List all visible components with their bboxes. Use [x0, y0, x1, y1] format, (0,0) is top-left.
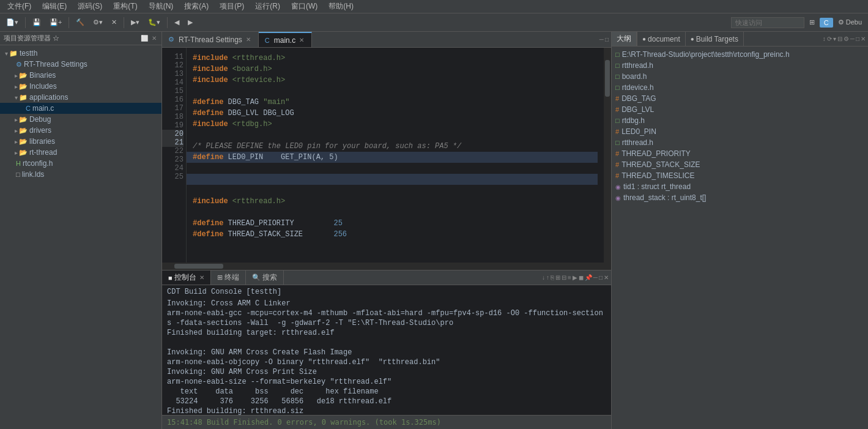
toolbar-c-perspective[interactable]: C — [820, 18, 833, 28]
outline-settings[interactable]: ⚙ — [844, 35, 849, 42]
outline-sort[interactable]: ↕ — [823, 35, 826, 42]
editor-maximize[interactable]: □ — [605, 36, 609, 43]
outline-item-rtdbg-h[interactable]: □ rtdbg.h — [612, 115, 868, 126]
outline-label-thread-priority: THREAD_PRIORITY — [621, 149, 691, 158]
tab-rtsettings[interactable]: ⚙ RT-Thread Settings ✕ — [162, 32, 259, 47]
outline-item-rtthread-h2[interactable]: □ rtthread.h — [612, 137, 868, 148]
tree-item-rtconfigh[interactable]: H rtconfig.h — [0, 158, 161, 169]
outline-item-preinc[interactable]: □ E:\RT-Thread-Studio\project\testth\rtc… — [612, 49, 868, 60]
console-stop[interactable]: ◼ — [579, 274, 584, 281]
outline-item-thread-priority[interactable]: # THREAD_PRIORITY — [612, 148, 868, 159]
editor-scrollbar[interactable] — [604, 48, 611, 263]
console-copy[interactable]: ⎘ — [551, 274, 554, 281]
left-panel-collapse[interactable]: ⬜ — [139, 35, 149, 42]
outline-item-rtdevice-h[interactable]: □ rtdevice.h — [612, 82, 868, 93]
menu-edit[interactable]: 编辑(E) — [37, 0, 72, 13]
outline-sync[interactable]: ⟳ — [827, 35, 832, 42]
tree-item-debug[interactable]: ▸ 📂 Debug — [0, 114, 161, 125]
right-tab-outline[interactable]: 大纲 — [612, 32, 637, 46]
quick-access-input[interactable] — [731, 17, 804, 28]
tree-item-binaries[interactable]: ▸ 📂 Binaries — [0, 70, 161, 81]
editor-minimize[interactable]: ─ — [599, 36, 604, 43]
tree-item-testth[interactable]: ▾ 📁 testth — [0, 48, 161, 59]
menu-navigate[interactable]: 导航(N) — [144, 0, 179, 13]
outline-label-rtdevice-h: rtdevice.h — [622, 83, 654, 92]
console-tab-console[interactable]: ■ 控制台 ✕ — [162, 270, 211, 285]
menu-refactor[interactable]: 重构(T) — [108, 0, 142, 13]
toolbar-save[interactable]: 💾 — [29, 17, 45, 28]
tree-item-rtthread[interactable]: ▸ 📂 rt-thread — [0, 147, 161, 158]
console-btn3[interactable]: ≡ — [568, 274, 571, 281]
console-btn4[interactable]: ▶ — [573, 274, 577, 281]
horizontal-scrollbar[interactable] — [162, 263, 611, 270]
console-tab-terminal[interactable]: ⊞ 终端 — [211, 270, 246, 285]
menu-file[interactable]: 文件(F) — [2, 0, 36, 13]
outline-item-dbg-lvl[interactable]: # DBG_LVL — [612, 104, 868, 115]
toolbar-debug-perspective[interactable]: ⚙ Debu — [834, 17, 866, 28]
outline-minimize[interactable]: ─ — [850, 35, 855, 42]
toolbar-debug[interactable]: 🐛▾ — [144, 17, 164, 28]
code-editor: 11 12 13 14 15 16 17 18 19 20 21 22 23 2… — [162, 48, 611, 263]
menu-help[interactable]: 帮助(H) — [324, 0, 358, 13]
tree-item-applications[interactable]: ▾ 📁 applications — [0, 92, 161, 103]
console-close[interactable]: ✕ — [199, 274, 204, 281]
toolbar-build2[interactable]: ⚙▾ — [89, 17, 106, 28]
toolbar-new[interactable]: 📄▾ — [2, 17, 22, 28]
console-btn2[interactable]: ⊟ — [562, 274, 566, 281]
outline-filter[interactable]: ▾ — [833, 35, 836, 42]
editor-tabs: ⚙ RT-Thread Settings ✕ C main.c ✕ ─ □ — [162, 32, 611, 48]
outline-maximize[interactable]: □ — [856, 35, 859, 42]
tree-item-rtsettings[interactable]: ⚙ RT-Thread Settings — [0, 59, 161, 70]
outline-close[interactable]: ✕ — [861, 35, 866, 42]
console-btn1[interactable]: ⊞ — [555, 274, 560, 281]
tab-rtsettings-close[interactable]: ✕ — [245, 35, 252, 43]
outline-item-board-h[interactable]: □ board.h — [612, 71, 868, 82]
code-content[interactable]: #include <rtthread.h> #include <board.h>… — [187, 48, 604, 263]
right-tab-document[interactable]: ● document — [637, 32, 686, 46]
console-minimize[interactable]: ─ — [593, 274, 598, 281]
toolbar-clean[interactable]: ✕ — [108, 17, 121, 28]
console-status: 15:41:48 Build Finished. 0 errors, 0 war… — [162, 415, 611, 429]
editor-scrollbar-thumb[interactable] — [605, 60, 610, 97]
console-line-2: arm-none-eabi-gcc -mcpu=cortex-m4 -mthum… — [167, 308, 606, 328]
file-c-icon: C — [26, 105, 31, 112]
menu-source[interactable]: 源码(S) — [73, 0, 107, 13]
tree-item-linklds[interactable]: □ link.lds — [0, 169, 161, 180]
tab-mainc[interactable]: C main.c ✕ — [259, 32, 312, 47]
tree-item-drivers[interactable]: ▸ 📂 drivers — [0, 125, 161, 136]
toolbar-perspective[interactable]: ⊞ — [806, 17, 818, 28]
tab-mainc-close[interactable]: ✕ — [298, 36, 305, 44]
outline-item-thread-stack-size[interactable]: # THREAD_STACK_SIZE — [612, 159, 868, 170]
tree-label-rtsettings: RT-Thread Settings — [24, 60, 87, 69]
console-content[interactable]: CDT Build Console [testth] Invoking: Cro… — [162, 285, 611, 415]
outline-item-rtthread-h[interactable]: □ rtthread.h — [612, 60, 868, 71]
menu-project[interactable]: 项目(P) — [215, 0, 249, 13]
outline-item-thread-stack[interactable]: ◉ thread_stack : rt_uint8_t[] — [612, 192, 868, 203]
outline-label-tid1: tid1 : struct rt_thread — [623, 182, 691, 191]
outline-item-thread-timeslice[interactable]: # THREAD_TIMESLICE — [612, 170, 868, 181]
outline-collapse[interactable]: ⊟ — [837, 35, 842, 42]
h-scrollbar-thumb[interactable] — [174, 264, 223, 269]
console-scroll-down[interactable]: ↓ — [542, 274, 545, 281]
toolbar-back[interactable]: ◀ — [171, 17, 183, 28]
left-panel-close[interactable]: ✕ — [150, 35, 158, 42]
menu-window[interactable]: 窗口(W) — [286, 0, 322, 13]
menu-search[interactable]: 搜索(A) — [179, 0, 213, 13]
outline-item-tid1[interactable]: ◉ tid1 : struct rt_thread — [612, 181, 868, 192]
console-pin[interactable]: 📌 — [585, 274, 592, 281]
menu-run[interactable]: 运行(R) — [250, 0, 285, 13]
toolbar-build[interactable]: 🔨 — [72, 17, 88, 28]
console-close-btn[interactable]: ✕ — [604, 274, 609, 281]
tree-item-includes[interactable]: ▸ 📂 Includes — [0, 81, 161, 92]
tree-item-libraries[interactable]: ▸ 📂 libraries — [0, 136, 161, 147]
outline-item-led0-pin[interactable]: # LED0_PIN — [612, 126, 868, 137]
console-maximize[interactable]: □ — [599, 274, 603, 281]
outline-item-dbg-tag[interactable]: # DBG_TAG — [612, 93, 868, 104]
toolbar-save-all[interactable]: 💾+ — [46, 17, 65, 28]
toolbar-forward[interactable]: ▶ — [184, 17, 196, 28]
tree-item-mainc[interactable]: C main.c — [0, 103, 161, 114]
console-scroll-up[interactable]: ↑ — [546, 274, 549, 281]
toolbar-run[interactable]: ▶▾ — [127, 17, 143, 28]
right-tab-buildtargets[interactable]: ● Build Targets — [686, 32, 744, 46]
console-tab-search[interactable]: 🔍 搜索 — [246, 270, 284, 285]
